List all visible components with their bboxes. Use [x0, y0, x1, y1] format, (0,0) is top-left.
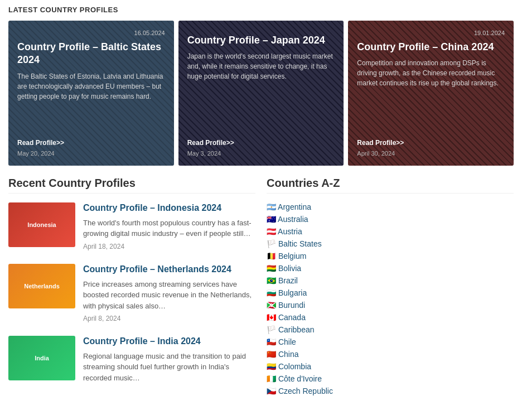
card-date-baltic: 16.05.2024	[17, 30, 165, 36]
card-post-date-china: April 30, 2024	[357, 150, 505, 157]
featured-grid: 16.05.2024 Country Profile – Baltic Stat…	[8, 21, 514, 166]
thumb-label-india: India	[35, 355, 49, 361]
list-item: 🏳️ Caribbean	[267, 325, 514, 334]
recent-date-indonesia: April 18, 2024	[83, 243, 255, 250]
card-overlay-japan: Country Profile – Japan 2024 Japan is th…	[178, 21, 344, 166]
card-desc-japan: Japan is the world's second largest musi…	[187, 51, 335, 133]
thumb-label-netherlands: Netherlands	[24, 283, 60, 289]
recent-content-india: Country Profile – India 2024 Regional la…	[83, 336, 255, 387]
list-item: 🏳️ Baltic States	[267, 239, 514, 248]
card-title-japan: Country Profile – Japan 2024	[187, 34, 335, 47]
country-link[interactable]: 🏳️ Baltic States	[267, 239, 322, 248]
recent-item-title-netherlands[interactable]: Country Profile – Netherlands 2024	[83, 264, 255, 276]
card-link-baltic[interactable]: Read Profile>>	[17, 139, 165, 147]
card-title-china: Country Profile – China 2024	[357, 41, 505, 54]
list-item: 🇨🇱 Chile	[267, 337, 514, 346]
recent-date-netherlands: April 8, 2024	[83, 315, 255, 322]
recent-excerpt-netherlands: Price increases among streaming services…	[83, 279, 255, 312]
card-overlay-china: 19.01.2024 Country Profile – China 2024 …	[348, 21, 514, 166]
country-link[interactable]: 🇦🇷 Argentina	[267, 202, 311, 211]
latest-section: LATEST COUNTRY PROFILES 16.05.2024 Count…	[0, 0, 522, 177]
list-item: Indonesia Country Profile – Indonesia 20…	[8, 202, 255, 250]
thumb-label-indonesia: Indonesia	[27, 221, 56, 228]
two-col-layout: Recent Country Profiles Indonesia Countr…	[0, 177, 522, 400]
card-post-date-baltic: May 20, 2024	[17, 150, 165, 157]
country-link[interactable]: 🇧🇪 Belgium	[267, 252, 306, 260]
list-item: 🇨🇴 Colombia	[267, 362, 514, 371]
recent-title: Recent Country Profiles	[8, 177, 255, 194]
thumb-india: India	[8, 336, 75, 380]
thumb-indonesia: Indonesia	[8, 202, 75, 247]
featured-card-baltic: 16.05.2024 Country Profile – Baltic Stat…	[8, 21, 174, 166]
list-item: 🇧🇬 Bulgaria	[267, 288, 514, 297]
card-date-china: 19.01.2024	[357, 30, 505, 36]
list-item: 🇧🇮 Burundi	[267, 301, 514, 310]
countries-list: 🇦🇷 Argentina🇦🇺 Australia🇦🇹 Austria🏳️ Bal…	[267, 202, 514, 399]
recent-content-netherlands: Country Profile – Netherlands 2024 Price…	[83, 264, 255, 322]
recent-item-title-india[interactable]: Country Profile – India 2024	[83, 336, 255, 347]
card-link-china[interactable]: Read Profile>>	[357, 139, 505, 147]
country-link[interactable]: 🇨🇦 Canada	[267, 313, 306, 322]
list-item: 🇧🇪 Belgium	[267, 252, 514, 260]
country-link[interactable]: 🇧🇷 Brazil	[267, 276, 298, 285]
list-item: 🇨🇮 Côte d'Ivoire	[267, 374, 514, 383]
featured-card-china: 19.01.2024 Country Profile – China 2024 …	[348, 21, 514, 166]
list-item: Netherlands Country Profile – Netherland…	[8, 264, 255, 322]
country-link[interactable]: 🇨🇱 Chile	[267, 337, 296, 346]
list-item: 🇨🇿 Czech Republic	[267, 387, 514, 395]
list-item: India Country Profile – India 2024 Regio…	[8, 336, 255, 387]
list-item: 🇦🇺 Australia	[267, 215, 514, 224]
recent-section: Recent Country Profiles Indonesia Countr…	[8, 177, 255, 400]
thumb-netherlands: Netherlands	[8, 264, 75, 308]
country-link[interactable]: 🇧🇴 Bolivia	[267, 264, 301, 273]
list-item: 🇧🇴 Bolivia	[267, 264, 514, 273]
recent-item-title-indonesia[interactable]: Country Profile – Indonesia 2024	[83, 202, 255, 214]
country-link[interactable]: 🇨🇿 Czech Republic	[267, 387, 333, 395]
card-link-japan[interactable]: Read Profile>>	[187, 139, 335, 147]
card-title-baltic: Country Profile – Baltic States 2024	[17, 41, 165, 67]
country-link[interactable]: 🇨🇳 China	[267, 350, 298, 359]
country-link[interactable]: 🇦🇺 Australia	[267, 215, 308, 224]
country-link[interactable]: 🇦🇹 Austria	[267, 227, 302, 236]
country-link[interactable]: 🇧🇮 Burundi	[267, 301, 305, 310]
list-item: 🇨🇳 China	[267, 350, 514, 359]
recent-excerpt-indonesia: The world's fourth most populous country…	[83, 218, 255, 239]
country-link[interactable]: 🏳️ Caribbean	[267, 325, 315, 334]
featured-card-japan: Country Profile – Japan 2024 Japan is th…	[178, 21, 344, 166]
country-link[interactable]: 🇨🇴 Colombia	[267, 362, 311, 371]
list-item: 🇦🇷 Argentina	[267, 202, 514, 211]
country-link[interactable]: 🇨🇮 Côte d'Ivoire	[267, 374, 322, 383]
countries-section: Countries A-Z 🇦🇷 Argentina🇦🇺 Australia🇦🇹…	[267, 177, 514, 400]
recent-content-indonesia: Country Profile – Indonesia 2024 The wor…	[83, 202, 255, 250]
recent-excerpt-india: Regional language music and the transiti…	[83, 351, 255, 384]
list-item: 🇦🇹 Austria	[267, 227, 514, 236]
country-link[interactable]: 🇧🇬 Bulgaria	[267, 288, 307, 297]
card-post-date-japan: May 3, 2024	[187, 150, 335, 157]
countries-title: Countries A-Z	[267, 177, 514, 194]
list-item: 🇧🇷 Brazil	[267, 276, 514, 285]
card-desc-china: Competition and innovation among DSPs is…	[357, 58, 505, 133]
latest-title: LATEST COUNTRY PROFILES	[8, 6, 514, 14]
card-desc-baltic: The Baltic States of Estonia, Latvia and…	[17, 71, 165, 133]
card-overlay-baltic: 16.05.2024 Country Profile – Baltic Stat…	[8, 21, 174, 166]
list-item: 🇨🇦 Canada	[267, 313, 514, 322]
